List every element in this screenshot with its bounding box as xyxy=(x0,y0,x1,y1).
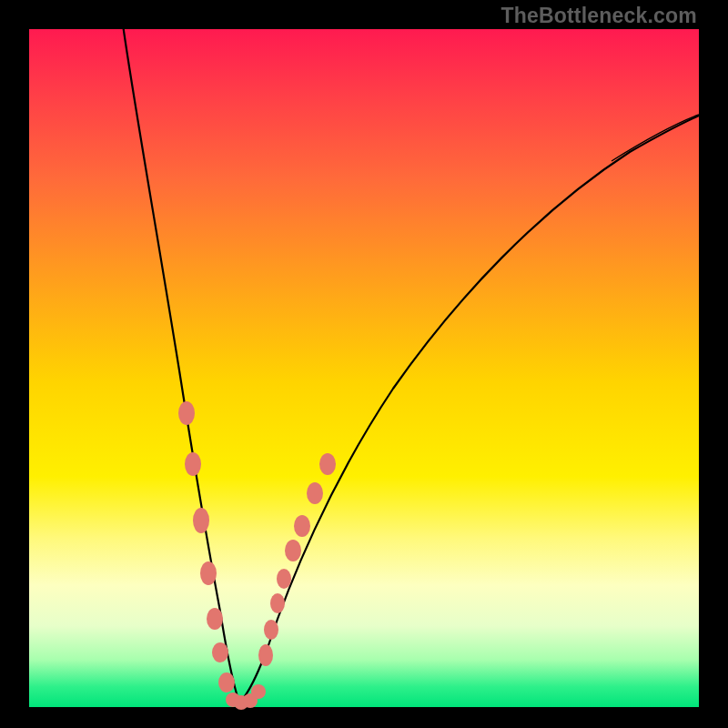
chart-svg xyxy=(29,29,699,707)
svg-point-1 xyxy=(185,452,201,476)
svg-point-16 xyxy=(294,515,310,537)
svg-point-12 xyxy=(264,620,278,640)
svg-point-18 xyxy=(319,453,336,475)
svg-point-2 xyxy=(193,508,209,533)
chart-plot-area xyxy=(29,29,699,707)
curve-left-branch xyxy=(123,25,239,703)
svg-point-10 xyxy=(251,684,266,699)
markers-right xyxy=(258,453,336,666)
curve-right-branch xyxy=(239,116,699,703)
svg-point-11 xyxy=(258,644,273,666)
svg-point-15 xyxy=(285,540,301,561)
svg-point-4 xyxy=(207,608,223,630)
svg-point-5 xyxy=(212,642,228,662)
svg-point-6 xyxy=(218,672,235,693)
svg-point-17 xyxy=(307,482,323,504)
chart-frame: TheBottleneck.com xyxy=(0,0,728,728)
attribution-text: TheBottleneck.com xyxy=(500,4,697,28)
svg-point-0 xyxy=(178,401,195,425)
markers-left xyxy=(178,401,235,693)
svg-point-14 xyxy=(277,569,291,589)
svg-point-13 xyxy=(270,593,285,613)
svg-point-3 xyxy=(200,561,217,585)
